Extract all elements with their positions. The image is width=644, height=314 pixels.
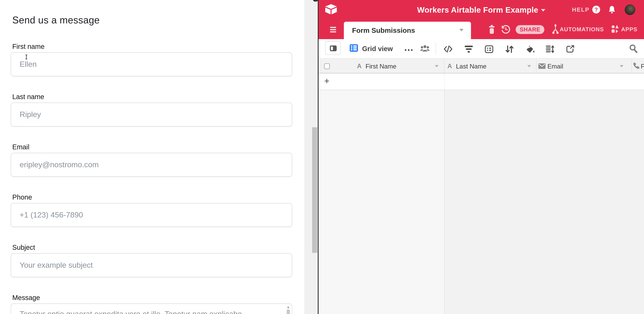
airtable-header: Workers Airtable Form Example HELP ? For… <box>318 0 644 39</box>
form-page-scrollbar[interactable] <box>304 0 318 314</box>
message-label: Message <box>12 294 40 301</box>
automations-icon[interactable] <box>552 24 559 34</box>
phone-input[interactable] <box>11 203 292 227</box>
notifications-bell-icon[interactable] <box>608 6 616 14</box>
search-icon[interactable] <box>629 44 638 53</box>
add-row-plus-icon[interactable]: + <box>324 76 329 86</box>
group-icon[interactable] <box>485 45 493 53</box>
email-label: Email <box>12 143 29 151</box>
history-icon[interactable] <box>501 25 510 34</box>
column-divider[interactable] <box>536 59 536 73</box>
chevron-down-icon[interactable] <box>435 65 438 67</box>
share-button[interactable]: SHARE <box>516 25 544 34</box>
apps-icon[interactable] <box>611 25 619 34</box>
trash-icon[interactable] <box>488 25 495 34</box>
view-name[interactable]: Grid view <box>362 45 393 53</box>
form-title: Send us a message <box>12 14 100 26</box>
menu-hamburger-icon[interactable] <box>330 27 336 33</box>
frozen-column-divider <box>444 90 444 314</box>
subject-input[interactable] <box>11 253 292 277</box>
sort-icon[interactable] <box>505 45 514 53</box>
toolbar-divider <box>436 43 436 55</box>
select-all-checkbox[interactable] <box>324 63 330 69</box>
chevron-down-icon[interactable] <box>620 65 624 67</box>
user-avatar[interactable] <box>625 5 635 15</box>
apps-button[interactable]: APPS <box>621 26 638 33</box>
base-title: Workers Airtable Form Example <box>417 5 538 15</box>
last-name-label: Last name <box>12 93 44 101</box>
phone-field-icon <box>633 62 640 70</box>
chevron-down-icon[interactable] <box>527 65 531 67</box>
sidebar-toggle-icon <box>330 46 337 51</box>
message-textarea[interactable] <box>11 303 292 314</box>
airtable-pane: Workers Airtable Form Example HELP ? For… <box>318 0 644 314</box>
share-view-icon[interactable] <box>566 45 574 53</box>
filter-icon[interactable] <box>464 45 473 53</box>
last-name-input[interactable] <box>11 103 292 126</box>
message-scrollbar-thumb[interactable] <box>287 309 290 314</box>
hide-fields-icon[interactable] <box>444 45 452 53</box>
row-height-icon[interactable] <box>546 45 554 53</box>
column-header-last-name[interactable]: Last Name <box>456 63 486 70</box>
chevron-down-icon <box>459 29 464 31</box>
table-header-row: A First Name A Last Name Email Phone <box>318 58 644 74</box>
text-field-icon: A <box>448 63 452 70</box>
column-header-phone[interactable]: Phone <box>641 63 644 70</box>
phone-label: Phone <box>12 193 32 201</box>
email-input[interactable] <box>11 153 292 177</box>
sidebar-toggle-button[interactable] <box>325 41 341 55</box>
grid-body <box>318 90 644 314</box>
view-bar: Grid view <box>318 39 644 58</box>
column-divider[interactable] <box>444 59 444 73</box>
collaborators-icon[interactable] <box>420 45 430 54</box>
help-question-icon[interactable]: ? <box>592 6 600 14</box>
column-divider <box>444 74 444 90</box>
column-header-first-name[interactable]: First Name <box>366 63 396 70</box>
help-button[interactable]: HELP <box>572 6 590 13</box>
frozen-column-area <box>318 90 444 314</box>
text-field-icon: A <box>357 63 362 70</box>
column-divider[interactable] <box>632 59 632 73</box>
form-page-scrollbar-thumb[interactable] <box>312 127 317 253</box>
view-options-icon[interactable] <box>405 49 414 51</box>
tab-form-submissions[interactable]: Form Submissions <box>344 22 471 39</box>
add-row[interactable]: + <box>318 74 644 90</box>
color-icon[interactable] <box>526 45 535 54</box>
scroll-up-icon[interactable]: ▲ <box>286 305 290 309</box>
first-name-input[interactable] <box>11 52 292 76</box>
subject-label: Subject <box>12 244 35 251</box>
grid-view-icon <box>350 44 358 52</box>
automations-button[interactable]: AUTOMATIONS <box>560 26 604 33</box>
column-header-email[interactable]: Email <box>548 63 563 70</box>
first-name-label: First name <box>12 43 44 50</box>
email-field-icon <box>538 63 546 69</box>
chevron-down-icon <box>541 9 545 12</box>
contact-form-pane: Send us a message First name Last name E… <box>0 0 305 314</box>
text-cursor-icon <box>26 55 27 59</box>
tab-label: Form Submissions <box>352 27 415 35</box>
